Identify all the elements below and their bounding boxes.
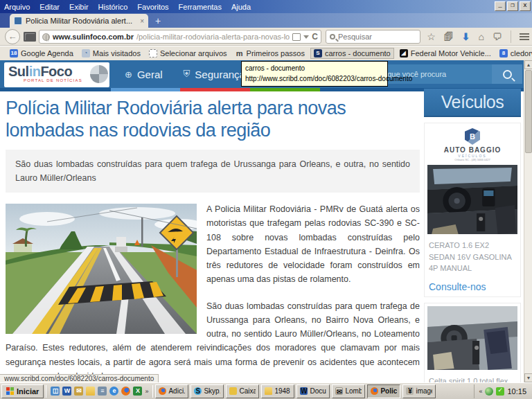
clipboard-icon[interactable]: 🗐 — [444, 29, 454, 44]
taskbar-window-polici-active[interactable]: Polici... — [367, 384, 400, 398]
vertical-scrollbar[interactable]: ▲ ▼ — [524, 60, 532, 382]
scrollbar-thumb[interactable] — [525, 70, 532, 153]
menu-favoritos[interactable]: Favoritos — [137, 3, 168, 11]
taskbar-window-adici[interactable]: Adici... — [155, 384, 188, 398]
menu-ferramentas[interactable]: Ferramentas — [179, 3, 222, 11]
taskbar-window-docu[interactable]: W Docu... — [296, 384, 330, 398]
new-tab-button[interactable]: + — [155, 15, 161, 26]
tiles-icon[interactable] — [24, 32, 36, 42]
bookmark-star-icon[interactable]: ☆ — [427, 29, 436, 44]
taskbar-window-lomb[interactable]: ✉ Lomb... — [332, 384, 365, 398]
menu-icon[interactable] — [520, 33, 529, 40]
site-logo[interactable]: SulinFoco PORTAL DE NOTÍCIAS — [4, 62, 109, 87]
home-icon[interactable]: ⌂ — [479, 29, 484, 44]
back-button[interactable]: ← — [5, 29, 20, 44]
article: Polícia Militar Rodoviária alerta para n… — [6, 98, 420, 382]
cerato-interior-photo — [427, 165, 517, 234]
excel-icon[interactable]: X — [133, 387, 142, 396]
menu-exibir[interactable]: Exibir — [69, 3, 89, 11]
search-icon — [503, 70, 512, 79]
site-search-button[interactable] — [492, 64, 522, 84]
bookmark-tooltip: carros - documento http://www.scribd.com… — [241, 61, 388, 87]
nav-item-geral[interactable]: ⊕ Geral — [125, 69, 163, 80]
shield-icon: ⛨ — [184, 69, 190, 80]
taskbar-separator — [46, 385, 46, 398]
scroll-up-icon[interactable]: ▲ — [524, 60, 532, 69]
road-speed-bump-illustration — [6, 204, 197, 334]
ad-card-celta[interactable]: Celta spirit 1.0 total flex Consulte-nos — [424, 303, 521, 383]
article-lead: São duas lombadas construídas para quem … — [15, 157, 410, 185]
article-title: Polícia Militar Rodoviária alerta para n… — [6, 98, 420, 141]
word-icon[interactable]: W — [62, 387, 71, 396]
bookmark-cledorvino[interactable]: 8 cledorvino belini chrys... — [497, 48, 532, 58]
bookmark-google-agenda[interactable]: 18 Google Agenda — [7, 48, 76, 58]
outlook-icon[interactable]: ✉ — [74, 387, 83, 396]
tooltip-title: carros - documento — [245, 64, 384, 74]
ad-card-cerato[interactable]: B AUTO BAGGIO VEÍCULOS Orleans SC - (48)… — [424, 123, 521, 297]
tab-bar: Policia Militar Rodoviária alert... × + — [0, 13, 532, 28]
notes-icon[interactable]: ≡ — [98, 387, 107, 396]
reload-icon[interactable]: C — [312, 32, 318, 42]
auto-baggio-shield-icon: B — [465, 128, 480, 145]
tray-network-icon[interactable] — [485, 387, 493, 396]
scroll-down-icon[interactable]: ▼ — [524, 373, 532, 382]
taskbar-clock: 10:15 — [507, 387, 526, 396]
bookmark-carros-documento[interactable]: S carros - documento — [310, 48, 394, 59]
minimize-button[interactable]: _ — [495, 1, 506, 11]
article-lead-box: São duas lombadas construídas para quem … — [6, 150, 420, 193]
stripe-green — [250, 88, 320, 91]
site-identity-globe-icon[interactable] — [42, 33, 50, 41]
menu-ajuda[interactable]: Ajuda — [231, 3, 251, 11]
desktop-icon[interactable]: ◫ — [51, 387, 60, 396]
download-arrow-icon[interactable]: ⬇ — [462, 29, 470, 44]
bookmark-primeiros-passos[interactable]: m Primeiros passos — [233, 48, 308, 58]
taskbar-window-1948[interactable]: 1948 — [261, 384, 294, 398]
toolbar-separator — [511, 30, 511, 43]
taskbar-window-skype[interactable]: S Skyp... — [190, 384, 224, 398]
article-body: A Policia Militar Rodoviária - PMRv de G… — [6, 202, 420, 382]
bookmark-federal-motor[interactable]: ◢ Federal Motor Vehicle... — [397, 48, 494, 58]
stripe-red — [180, 88, 250, 91]
image-icon: ¥ — [406, 387, 414, 395]
restore-button[interactable]: ❐ — [507, 1, 518, 11]
ie-icon[interactable]: e — [109, 387, 118, 396]
taskbar-window-caixa[interactable]: Caixa... — [226, 384, 259, 398]
menu-editar[interactable]: Editar — [39, 3, 60, 11]
bookmark-mais-visitados[interactable]: ◔ Mais visitados — [79, 48, 143, 58]
firefox-icon — [371, 387, 378, 395]
active-tab[interactable]: Policia Militar Rodoviária alert... × — [10, 14, 148, 28]
start-button[interactable]: Iniciar — [1, 384, 44, 398]
nav-item-seguranca[interactable]: ⛨ Segurança — [184, 69, 245, 80]
tray-update-check-icon[interactable] — [496, 387, 504, 396]
firefox-icon[interactable] — [121, 387, 130, 396]
bookmark-selecionar-arquivos[interactable]: Selecionar arquivos — [146, 48, 230, 58]
taskbar-window-image[interactable]: ¥ image... — [402, 384, 436, 398]
tray-chevron-icon[interactable]: « — [479, 388, 482, 395]
quick-launch: ◫ W ✉ ≡ e X » — [48, 387, 150, 396]
hello-chat-icon[interactable]: 🗩 — [493, 29, 502, 44]
menu-historico[interactable]: Histórico — [98, 3, 128, 11]
black-doc-icon: ◢ — [400, 49, 408, 57]
quicklaunch-overflow-chevron[interactable]: » — [145, 388, 148, 395]
search-icon — [330, 34, 335, 39]
url-dropdown-icon[interactable] — [303, 35, 309, 39]
browser-search-bar[interactable] — [326, 30, 420, 44]
url-domain: www.sulinfoco.com.br — [53, 33, 134, 41]
browser-search-input[interactable] — [338, 33, 416, 41]
bookmarks-bar: 18 Google Agenda ◔ Mais visitados Seleci… — [0, 46, 532, 60]
reader-mode-icon[interactable] — [292, 33, 301, 41]
screen: Arquivo Editar Exibir Histórico Favorito… — [0, 0, 532, 399]
consulte-nos-link-1[interactable]: Consulte-nos — [429, 281, 516, 292]
system-tray: « 10:15 — [474, 384, 531, 398]
url-path: /policia-militar-rodoviaria-alerta-para-… — [136, 33, 290, 41]
close-button[interactable]: x — [520, 1, 531, 11]
most-visited-icon: ◔ — [82, 49, 90, 57]
folder-icon[interactable] — [86, 387, 95, 396]
calendar-18-icon: 18 — [10, 49, 18, 57]
url-bar[interactable]: www.sulinfoco.com.br /policia-militar-ro… — [39, 30, 321, 44]
folder-icon — [265, 387, 272, 395]
sidebar-title: Veículos — [441, 92, 504, 112]
menu-arquivo[interactable]: Arquivo — [4, 3, 30, 11]
tab-close-icon[interactable]: × — [140, 17, 144, 25]
firefox-icon — [159, 387, 166, 395]
